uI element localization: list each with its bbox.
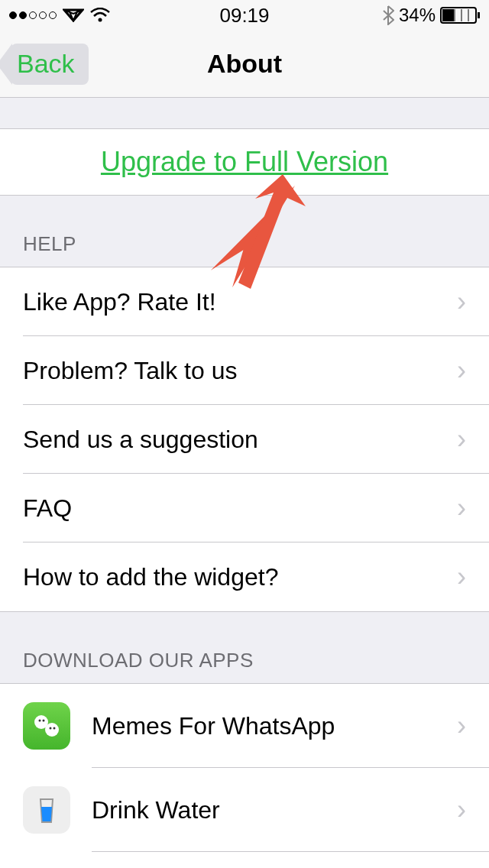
download-section-header: DOWNLOAD OUR APPS xyxy=(0,612,489,683)
svg-point-0 xyxy=(99,18,102,22)
list-item-label: How to add the widget? xyxy=(23,563,457,591)
list-item-label: Send us a suggestion xyxy=(23,426,457,454)
upgrade-section: Upgrade to Full Version xyxy=(0,128,489,196)
signal-strength-icon xyxy=(9,11,57,19)
chevron-right-icon: › xyxy=(457,492,466,524)
carrier-icon xyxy=(63,8,84,22)
svg-point-11 xyxy=(50,727,52,730)
list-item-problem[interactable]: Problem? Talk to us › xyxy=(0,336,489,405)
content: Upgrade to Full Version HELP Like App? R… xyxy=(0,128,489,868)
chevron-right-icon: › xyxy=(457,423,466,455)
app-item-pill[interactable]: Pill Reminder › xyxy=(0,852,489,868)
battery-percent: 34% xyxy=(399,5,436,26)
svg-point-9 xyxy=(39,720,41,722)
status-right: 34% xyxy=(382,5,480,26)
app-item-water[interactable]: Drink Water › xyxy=(0,768,489,852)
list-item-widget[interactable]: How to add the widget? › xyxy=(0,542,489,611)
chevron-right-icon: › xyxy=(457,794,466,826)
svg-rect-3 xyxy=(478,12,480,18)
battery-icon xyxy=(440,7,480,24)
list-item-rate[interactable]: Like App? Rate It! › xyxy=(0,267,489,336)
list-item-label: Problem? Talk to us xyxy=(23,357,457,385)
back-button-label: Back xyxy=(17,49,75,79)
app-item-label: Drink Water xyxy=(92,796,457,824)
list-item-suggestion[interactable]: Send us a suggestion › xyxy=(0,405,489,474)
wifi-icon xyxy=(90,8,110,23)
page-title: About xyxy=(207,49,282,79)
list-item-label: Like App? Rate It! xyxy=(23,288,457,316)
status-time: 09:19 xyxy=(219,4,269,28)
status-left xyxy=(9,8,110,23)
chevron-right-icon: › xyxy=(457,710,466,742)
help-section-header: HELP xyxy=(0,196,489,267)
app-item-label: Memes For WhatsApp xyxy=(92,712,457,740)
chevron-right-icon: › xyxy=(457,286,466,318)
list-item-faq[interactable]: FAQ › xyxy=(0,474,489,542)
bluetooth-icon xyxy=(382,5,394,25)
back-button[interactable]: Back xyxy=(11,44,89,85)
nav-bar: Back About xyxy=(0,31,489,98)
svg-point-10 xyxy=(43,720,45,722)
svg-rect-2 xyxy=(442,9,454,21)
upgrade-link[interactable]: Upgrade to Full Version xyxy=(101,146,388,177)
chevron-right-icon: › xyxy=(457,355,466,387)
svg-point-8 xyxy=(45,723,59,737)
app-icon-water xyxy=(23,786,70,834)
list-item-label: FAQ xyxy=(23,494,457,523)
help-list: Like App? Rate It! › Problem? Talk to us… xyxy=(0,267,489,612)
app-item-memes[interactable]: Memes For WhatsApp › xyxy=(0,684,489,768)
apps-list: Memes For WhatsApp › Drink Water › Pill … xyxy=(0,683,489,868)
svg-point-12 xyxy=(53,727,56,730)
app-icon-memes xyxy=(23,702,70,750)
status-bar: 09:19 34% xyxy=(0,0,489,31)
chevron-right-icon: › xyxy=(457,561,466,593)
